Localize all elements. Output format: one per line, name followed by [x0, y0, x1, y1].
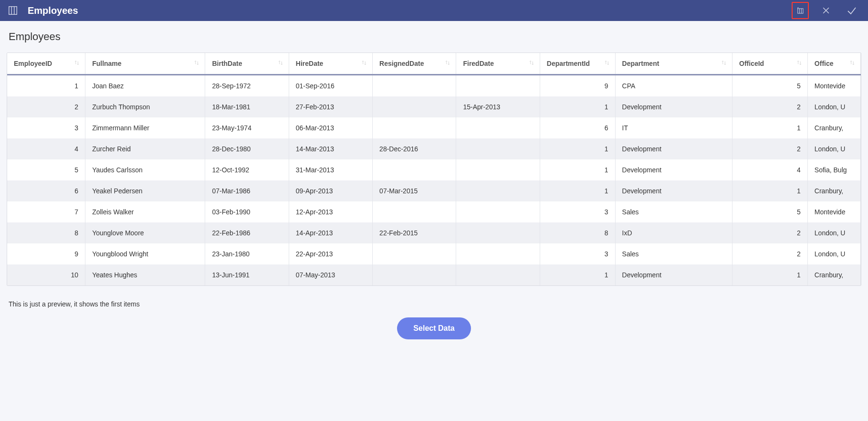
cell-fireddate	[456, 222, 540, 243]
cell-departmentid: 1	[540, 180, 615, 201]
sort-icon[interactable]	[604, 60, 610, 68]
cell-office: Montevide	[807, 75, 860, 97]
cell-office: Cranbury,	[807, 117, 860, 138]
cell-hiredate: 31-Mar-2013	[289, 159, 372, 180]
table-row[interactable]: 7Zolleis Walker03-Feb-199012-Apr-20133Sa…	[7, 201, 861, 222]
column-header-office[interactable]: Office	[807, 53, 860, 75]
column-header-fullname[interactable]: Fullname	[85, 53, 205, 75]
cell-resigneddate: 28-Dec-2016	[373, 138, 456, 159]
sort-icon[interactable]	[796, 60, 803, 68]
cell-officeid: 4	[732, 159, 808, 180]
cell-hiredate: 14-Apr-2013	[289, 222, 372, 243]
cell-departmentid: 3	[540, 201, 615, 222]
cell-officeid: 5	[732, 75, 808, 97]
cell-hiredate: 12-Apr-2013	[289, 201, 372, 222]
select-data-button[interactable]: Select Data	[397, 317, 471, 339]
cell-fireddate	[456, 75, 540, 97]
cell-department: CPA	[615, 75, 732, 97]
cell-hiredate: 14-Mar-2013	[289, 138, 372, 159]
cell-department: Sales	[615, 201, 732, 222]
cell-officeid: 1	[732, 117, 808, 138]
sort-icon[interactable]	[721, 60, 727, 68]
sort-icon[interactable]	[528, 60, 535, 68]
table-row[interactable]: 3Zimmermann Miller23-May-197406-Mar-2013…	[7, 117, 861, 138]
cell-resigneddate: 22-Feb-2015	[373, 222, 456, 243]
close-button[interactable]	[817, 2, 835, 19]
cell-fireddate	[456, 138, 540, 159]
column-header-department[interactable]: Department	[615, 53, 732, 75]
table-row[interactable]: 2Zurbuch Thompson18-Mar-198127-Feb-20131…	[7, 96, 861, 117]
cell-hiredate: 06-Mar-2013	[289, 117, 372, 138]
table-row[interactable]: 10Yeates Hughes13-Jun-199107-May-20131De…	[7, 264, 861, 285]
column-header-label: OfficeId	[739, 60, 764, 67]
cell-office: London, U	[807, 96, 860, 117]
sort-icon[interactable]	[849, 60, 856, 68]
svg-rect-0	[9, 7, 17, 15]
column-header-hiredate[interactable]: HireDate	[289, 53, 372, 75]
topbar: Employees	[0, 0, 868, 21]
column-header-officeid[interactable]: OfficeId	[732, 53, 808, 75]
confirm-button[interactable]	[843, 2, 860, 19]
cell-resigneddate	[373, 201, 456, 222]
table-row[interactable]: 1Joan Baez28-Sep-197201-Sep-20169CPA5Mon…	[7, 75, 861, 97]
cell-fireddate	[456, 201, 540, 222]
column-header-fireddate[interactable]: FiredDate	[456, 53, 540, 75]
table-row[interactable]: 5Yaudes Carlsson12-Oct-199231-Mar-20131D…	[7, 159, 861, 180]
page-title: Employees	[9, 31, 861, 43]
sort-icon[interactable]	[361, 60, 367, 68]
sort-icon[interactable]	[277, 60, 284, 68]
column-header-label: BirthDate	[212, 60, 242, 67]
column-header-label: Office	[815, 60, 834, 67]
column-header-employeeid[interactable]: EmployeeID	[7, 53, 85, 75]
table-row[interactable]: 6Yeakel Pedersen07-Mar-198609-Apr-201307…	[7, 180, 861, 201]
cell-employeeid: 5	[7, 159, 85, 180]
cell-officeid: 2	[732, 138, 808, 159]
column-header-label: Department	[622, 60, 659, 67]
cell-department: IxD	[615, 222, 732, 243]
cell-fireddate: 15-Apr-2013	[456, 96, 540, 117]
column-header-departmentid[interactable]: DepartmentId	[540, 53, 615, 75]
table-row[interactable]: 9Youngblood Wright23-Jan-198022-Apr-2013…	[7, 243, 861, 264]
cell-birthdate: 18-Mar-1981	[205, 96, 289, 117]
cell-birthdate: 23-May-1974	[205, 117, 289, 138]
cell-departmentid: 1	[540, 264, 615, 285]
new-grid-button[interactable]	[792, 2, 809, 19]
cell-fullname: Yaudes Carlsson	[85, 159, 205, 180]
sort-icon[interactable]	[444, 60, 451, 68]
cell-birthdate: 28-Dec-1980	[205, 138, 289, 159]
column-header-resigneddate[interactable]: ResignedDate	[373, 53, 456, 75]
cell-officeid: 1	[732, 180, 808, 201]
cell-department: Development	[615, 96, 732, 117]
cell-fullname: Zolleis Walker	[85, 201, 205, 222]
table-row[interactable]: 8Younglove Moore22-Feb-198614-Apr-201322…	[7, 222, 861, 243]
preview-note: This is just a preview, it shows the fir…	[9, 300, 861, 308]
cell-officeid: 5	[732, 201, 808, 222]
cell-employeeid: 9	[7, 243, 85, 264]
cell-department: Development	[615, 138, 732, 159]
cell-departmentid: 9	[540, 75, 615, 97]
cell-departmentid: 1	[540, 96, 615, 117]
column-header-label: HireDate	[296, 60, 324, 67]
column-header-label: FiredDate	[463, 60, 494, 67]
column-header-label: Fullname	[92, 60, 121, 67]
cell-fullname: Yeates Hughes	[85, 264, 205, 285]
cell-officeid: 1	[732, 264, 808, 285]
table-header-row: EmployeeIDFullnameBirthDateHireDateResig…	[7, 53, 861, 75]
cell-employeeid: 6	[7, 180, 85, 201]
cell-employeeid: 3	[7, 117, 85, 138]
cell-departmentid: 6	[540, 117, 615, 138]
table-row[interactable]: 4Zurcher Reid28-Dec-198014-Mar-201328-De…	[7, 138, 861, 159]
column-header-label: DepartmentId	[547, 60, 590, 67]
column-header-birthdate[interactable]: BirthDate	[205, 53, 289, 75]
sort-icon[interactable]	[73, 60, 80, 68]
cell-office: Sofia, Bulg	[807, 159, 860, 180]
cell-fullname: Youngblood Wright	[85, 243, 205, 264]
cell-department: IT	[615, 117, 732, 138]
column-header-label: ResignedDate	[379, 60, 424, 67]
cell-fireddate	[456, 159, 540, 180]
cell-resigneddate	[373, 159, 456, 180]
sort-icon[interactable]	[193, 60, 200, 68]
cell-departmentid: 8	[540, 222, 615, 243]
cell-fullname: Yeakel Pedersen	[85, 180, 205, 201]
cell-fireddate	[456, 117, 540, 138]
